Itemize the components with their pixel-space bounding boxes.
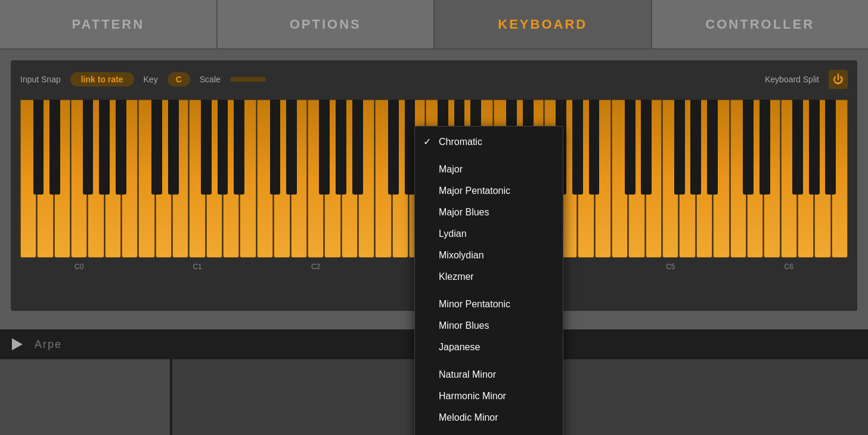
scale-option-minor-pentatonic[interactable]: Minor Pentatonic: [415, 294, 563, 315]
white-key[interactable]: [595, 100, 611, 258]
key-value[interactable]: C: [168, 72, 190, 87]
tab-options[interactable]: OPTIONS: [218, 0, 435, 48]
white-key[interactable]: [37, 100, 53, 258]
power-icon: ⏻: [833, 73, 844, 86]
white-key[interactable]: [71, 100, 87, 258]
white-key[interactable]: [696, 100, 712, 258]
dropdown-divider-3: [415, 358, 563, 364]
octave-label-c1: C1: [193, 263, 202, 271]
white-keys-c5: [612, 100, 729, 258]
white-key[interactable]: [88, 100, 104, 258]
play-button[interactable]: [12, 338, 23, 350]
white-key[interactable]: [172, 100, 188, 258]
white-key[interactable]: [308, 100, 324, 258]
white-key[interactable]: [291, 100, 307, 258]
scale-option-harmonic-minor[interactable]: Harmonic Minor: [415, 385, 563, 407]
keyboard-split-label: Keyboard Split: [765, 75, 819, 84]
white-key[interactable]: [646, 100, 662, 258]
scale-option-melodic-minor[interactable]: Melodic Minor: [415, 407, 563, 428]
top-nav: PATTERN OPTIONS KEYBOARD CONTROLLER: [0, 0, 868, 50]
tab-pattern[interactable]: PATTERN: [0, 0, 218, 48]
white-key[interactable]: [730, 100, 746, 258]
octave-label-c2: C2: [311, 263, 320, 271]
white-key[interactable]: [764, 100, 780, 258]
scale-label: Scale: [200, 75, 221, 84]
scale-option-major-pentatonic[interactable]: Major Pentatonic: [415, 180, 563, 202]
scale-option-mixolydian[interactable]: Mixolydian: [415, 245, 563, 266]
white-key[interactable]: [814, 100, 830, 258]
octave-label-c6: C6: [785, 263, 793, 271]
white-key[interactable]: [20, 100, 36, 258]
white-key[interactable]: [257, 100, 273, 258]
scale-option-lydian[interactable]: Lydian: [415, 223, 563, 245]
white-key[interactable]: [612, 100, 628, 258]
scale-option-major-blues[interactable]: Major Blues: [415, 202, 563, 223]
white-key[interactable]: [122, 100, 138, 258]
scale-option-chromatic[interactable]: Chromatic: [415, 131, 563, 153]
scale-option-dorian[interactable]: Dorian: [415, 428, 563, 435]
octave-c6: C6: [730, 100, 848, 258]
white-key[interactable]: [105, 100, 121, 258]
scale-dropdown: Chromatic Major Major Pentatonic Major B…: [414, 126, 563, 435]
white-key[interactable]: [392, 100, 408, 258]
bottom-left-panel: [0, 359, 170, 435]
white-key[interactable]: [713, 100, 729, 258]
white-key[interactable]: [138, 100, 154, 258]
white-key[interactable]: [223, 100, 239, 258]
arp-text: Arpe: [35, 338, 62, 351]
controls-row: Input Snap link to rate Key C Scale Keyb…: [20, 70, 848, 89]
octave-c0: C0: [20, 100, 138, 258]
tab-keyboard[interactable]: KEYBOARD: [435, 0, 652, 48]
white-key[interactable]: [375, 100, 391, 258]
white-key[interactable]: [342, 100, 358, 258]
white-keys-c6: [730, 100, 848, 258]
tab-controller[interactable]: CONTROLLER: [652, 0, 869, 48]
white-keys-c2: [257, 100, 374, 258]
white-key[interactable]: [54, 100, 70, 258]
white-keys-c1: [138, 100, 256, 258]
white-key[interactable]: [561, 100, 577, 258]
white-key[interactable]: [358, 100, 374, 258]
white-key[interactable]: [679, 100, 695, 258]
white-keys-c0: [20, 100, 138, 258]
octave-c1: C1: [138, 100, 256, 258]
input-snap-value[interactable]: link to rate: [70, 72, 134, 87]
key-label: Key: [144, 75, 158, 84]
octave-c5: C5: [612, 100, 729, 258]
dropdown-divider-2: [415, 288, 563, 294]
white-key[interactable]: [781, 100, 797, 258]
input-snap-label: Input Snap: [20, 75, 61, 84]
scale-option-major[interactable]: Major: [415, 159, 563, 180]
white-key[interactable]: [156, 100, 172, 258]
keyboard-split-toggle[interactable]: ⏻: [829, 70, 848, 89]
scale-value[interactable]: [230, 77, 266, 82]
white-key[interactable]: [206, 100, 222, 258]
white-key[interactable]: [189, 100, 205, 258]
octave-label-c0: C0: [75, 263, 83, 271]
white-key[interactable]: [274, 100, 290, 258]
white-key[interactable]: [747, 100, 763, 258]
white-key[interactable]: [628, 100, 644, 258]
scale-option-natural-minor[interactable]: Natural Minor: [415, 364, 563, 385]
scale-option-japanese[interactable]: Japanese: [415, 337, 563, 358]
octave-label-c5: C5: [666, 263, 675, 271]
scale-option-minor-blues[interactable]: Minor Blues: [415, 315, 563, 337]
white-key[interactable]: [662, 100, 678, 258]
white-key[interactable]: [324, 100, 340, 258]
octave-c2: C2: [257, 100, 374, 258]
white-key[interactable]: [832, 100, 848, 258]
white-key[interactable]: [240, 100, 256, 258]
white-key[interactable]: [578, 100, 594, 258]
scale-option-klezmer[interactable]: Klezmer: [415, 266, 563, 288]
dropdown-divider-1: [415, 153, 563, 159]
white-key[interactable]: [798, 100, 814, 258]
main-area: Input Snap link to rate Key C Scale Keyb…: [0, 60, 868, 435]
